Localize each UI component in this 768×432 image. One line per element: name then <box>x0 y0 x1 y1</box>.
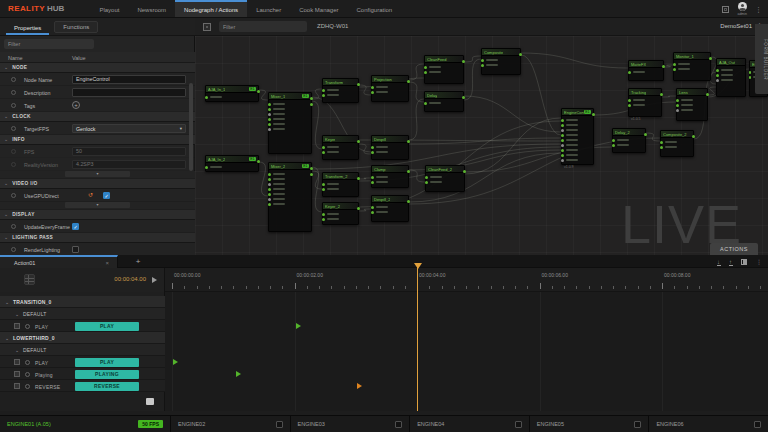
graph-node-delay-2[interactable]: Delay_2 <box>612 128 646 153</box>
nav-tab-cook-manager[interactable]: Cook Manager <box>290 0 347 17</box>
input-pin[interactable] <box>374 150 406 155</box>
output-pin[interactable] <box>644 133 647 136</box>
section-header-info[interactable]: ⌄INFO <box>0 135 195 145</box>
graph-node-mattefx[interactable]: MatteFX <box>628 60 664 81</box>
output-pin[interactable] <box>462 60 465 63</box>
clip-options-icon[interactable] <box>14 371 20 377</box>
graph-node-aja-in-1[interactable]: AJA_In_1E1 <box>205 85 259 102</box>
add-tag-icon[interactable]: + <box>72 101 80 109</box>
input-pin[interactable] <box>615 143 643 148</box>
graph-node-clamp[interactable]: Clamp <box>371 165 409 188</box>
graph-node-cleanfeed-2[interactable]: CleanFeed_2 <box>425 165 465 192</box>
output-pin[interactable] <box>592 113 595 116</box>
action-button-play[interactable]: PLAY <box>75 358 139 367</box>
engine-checkbox-icon[interactable] <box>395 421 402 428</box>
property-value-fps[interactable]: 50 <box>72 147 186 156</box>
input-pin[interactable] <box>719 78 743 83</box>
properties-scrollbar[interactable] <box>189 83 193 171</box>
nodegraph-canvas[interactable]: AJA_In_1E1Mixer_1E1TransformKeyerProject… <box>195 36 768 255</box>
fullscreen-icon[interactable] <box>722 6 729 13</box>
graph-node-projection[interactable]: Projection <box>371 75 409 102</box>
timeline-ruler[interactable]: 00:00:00.0000:00:02.0000:00:04.0000:00:0… <box>165 268 768 292</box>
engine-checkbox-icon[interactable] <box>515 421 522 428</box>
section-header-display[interactable]: ⌄DISPLAY <box>0 210 195 220</box>
graph-node-delay[interactable]: Delay <box>424 91 464 112</box>
input-pin[interactable] <box>374 210 406 215</box>
engine-checkbox-icon[interactable] <box>276 421 283 428</box>
graph-node-keyer-2[interactable]: Keyer_2 <box>322 202 359 225</box>
engine-cell-engine06[interactable]: ENGINE06 <box>649 416 768 432</box>
graph-node-cleanfeed[interactable]: CleanFeed <box>424 55 464 84</box>
nav-tab-newsroom[interactable]: Newsroom <box>128 0 175 17</box>
action-tab[interactable]: Action01 × <box>0 255 118 268</box>
input-pin[interactable] <box>374 180 406 185</box>
graph-node-mixer-1[interactable]: Mixer_1E1 <box>268 92 312 154</box>
action-button-play[interactable]: PLAY <box>75 322 139 331</box>
input-pin[interactable] <box>631 70 661 75</box>
graph-node-composite-2[interactable]: Composite_2 <box>660 130 694 157</box>
panel-tab-properties[interactable]: Properties <box>6 22 49 35</box>
input-pin[interactable] <box>428 180 462 185</box>
engine-checkbox-icon[interactable] <box>754 421 761 428</box>
graph-node-keyer[interactable]: Keyer <box>322 135 359 160</box>
section-header-node[interactable]: ⌄NODE <box>0 63 195 73</box>
output-pin[interactable] <box>357 140 360 143</box>
properties-filter-input[interactable] <box>4 39 94 49</box>
clip-marker[interactable] <box>357 383 362 389</box>
graph-node-tracking[interactable]: Trackingv1.0.5 <box>628 88 662 117</box>
output-pin[interactable] <box>660 93 663 96</box>
favorite-toggle[interactable] <box>11 149 16 154</box>
track-circle-icon[interactable] <box>25 324 30 329</box>
output-pin[interactable] <box>357 177 360 180</box>
checkbox-usegpudirect[interactable]: ✓ <box>103 192 110 199</box>
graph-node-aja-out[interactable]: AJA_Out <box>716 58 746 97</box>
output-pin[interactable] <box>407 170 410 173</box>
output-pin[interactable] <box>519 53 522 56</box>
track-circle-icon[interactable] <box>25 384 30 389</box>
engine-cell-engine03[interactable]: ENGINE03 <box>291 416 410 432</box>
section-header-lighting-pass[interactable]: ⌄LIGHTING PASS <box>0 233 195 243</box>
checkbox-renderlighting[interactable] <box>72 246 79 253</box>
action-button-reverse[interactable]: REVERSE <box>75 382 139 391</box>
actions-button[interactable]: ACTIONS <box>710 243 758 255</box>
output-pin[interactable] <box>310 97 313 100</box>
output-pin[interactable] <box>257 90 260 93</box>
input-pin[interactable] <box>325 150 356 155</box>
nav-tab-playout[interactable]: Playout <box>90 0 128 17</box>
action-button-playing[interactable]: PLAYING <box>75 370 139 379</box>
input-pin[interactable] <box>374 90 406 95</box>
export-icon[interactable]: ↑ <box>729 259 732 265</box>
section-header-clock[interactable]: ⌄CLOCK <box>0 112 195 122</box>
engine-cell-engine04[interactable]: ENGINE04 <box>410 416 529 432</box>
track-row-reverse[interactable]: REVERSEREVERSE <box>0 380 165 392</box>
input-pin[interactable] <box>676 67 708 72</box>
select-nodes-icon[interactable] <box>203 23 211 31</box>
input-pin[interactable] <box>427 70 461 75</box>
favorite-toggle[interactable] <box>11 103 16 108</box>
engine-checkbox-icon[interactable] <box>634 421 641 428</box>
input-pin[interactable] <box>325 217 356 222</box>
graph-node-transform-2[interactable]: Transform_2 <box>322 172 359 197</box>
checkbox-updateeveryframe[interactable]: ✓ <box>72 223 79 230</box>
graph-node-despill-2[interactable]: Despill_2 <box>371 195 409 222</box>
add-action-button[interactable]: + <box>132 257 144 267</box>
favorite-toggle[interactable] <box>11 77 16 82</box>
favorite-toggle[interactable] <box>11 90 16 95</box>
graph-node-monitor-1[interactable]: Monitor_1 <box>673 52 711 81</box>
user-avatar[interactable]: admin <box>737 2 747 16</box>
output-pin[interactable] <box>357 207 360 210</box>
track-circle-icon[interactable] <box>25 372 30 377</box>
input-pin[interactable] <box>484 63 518 68</box>
input-pin[interactable] <box>663 145 691 150</box>
collapse-all-icon[interactable]: ↓ <box>717 259 720 265</box>
track-row-lowerthird-0[interactable]: ⌄LOWERTHIRD_0 <box>0 332 165 344</box>
form-builder-tab[interactable]: FORM BUILDER <box>755 24 768 94</box>
output-pin[interactable] <box>662 65 665 68</box>
output-pin[interactable] <box>310 173 313 176</box>
clip-marker[interactable] <box>236 371 241 377</box>
timeline-menu-icon[interactable]: ⋮ <box>756 259 762 265</box>
output-pin[interactable] <box>310 103 313 106</box>
clip-marker[interactable] <box>296 323 301 329</box>
nav-tab-configuration[interactable]: Configuration <box>348 0 402 17</box>
nav-tab-nodegraph-actions[interactable]: Nodegraph / Actions <box>175 0 247 17</box>
